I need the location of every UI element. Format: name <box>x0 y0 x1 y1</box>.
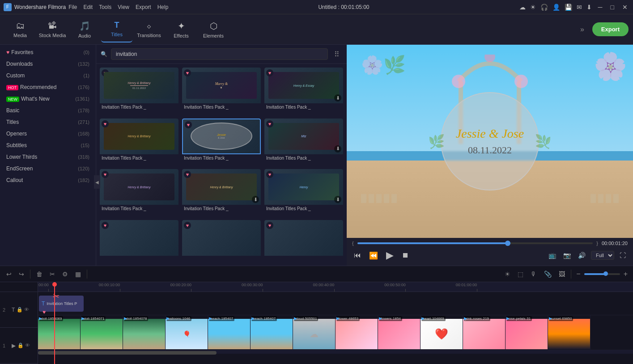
redo-button[interactable]: ↪ <box>16 269 27 279</box>
track1-lock[interactable]: 🔒 <box>17 343 24 348</box>
zoom-level-select[interactable]: Full <box>591 251 614 260</box>
mask-icon[interactable]: ⬚ <box>515 269 526 279</box>
fullscreen-button[interactable]: ⛶ <box>618 250 628 261</box>
sidebar-item-openers[interactable]: Openers (168) <box>0 128 96 140</box>
elements-icon: ⬡ <box>210 21 217 31</box>
video-clip-atoll2[interactable]: atoll-1854071 ▶ <box>81 315 123 350</box>
thumbnail-6[interactable]: ♥ ⬇ Mtz Invitation Titles Pack _ <box>264 119 343 166</box>
video-clip-flowers[interactable]: flowers-1854 ▶ <box>378 315 421 350</box>
sidebar-item-endscreen[interactable]: EndScreen (120) <box>0 163 96 174</box>
download-icon[interactable]: ⬇ <box>586 4 592 11</box>
mail-icon[interactable]: ✉ <box>577 4 582 11</box>
search-input[interactable] <box>111 48 328 60</box>
screenshot-icon[interactable]: 📺 <box>547 250 558 261</box>
video-clip-atoll1[interactable]: atoll-1854069 ▶ <box>38 315 81 350</box>
timeline-scrollbar[interactable] <box>38 350 633 354</box>
endscreen-count: (120) <box>78 166 89 171</box>
sidebar-item-lower-thirds[interactable]: Lower Thirds (318) <box>0 151 96 163</box>
menu-help[interactable]: Help <box>157 4 169 10</box>
voiceover-icon[interactable]: 🎙 <box>528 269 540 279</box>
video-clip-beach2[interactable]: beach-185407 ▶ <box>251 315 293 350</box>
tool-stock-media[interactable]: 📽 Stock Media <box>37 17 68 42</box>
zoom-in-button[interactable]: + <box>622 269 629 279</box>
export-button[interactable]: Export <box>592 22 629 36</box>
audio-detach-button[interactable]: ▦ <box>72 269 84 279</box>
video-clip-flower[interactable]: flower-48653 ▶ <box>336 315 378 350</box>
sidebar-item-favorites[interactable]: ♥Favorites (0) <box>0 47 96 58</box>
app-logo: F <box>4 3 12 11</box>
thumb-label-11 <box>182 256 261 258</box>
person-icon[interactable]: 👤 <box>552 4 560 11</box>
sidebar-item-titles[interactable]: Titles (271) <box>0 116 96 128</box>
minimize-button[interactable]: ─ <box>596 4 604 11</box>
save-icon[interactable]: 💾 <box>565 4 572 11</box>
clip-icon-heart: ▶ <box>421 316 425 321</box>
progress-track[interactable] <box>357 242 593 244</box>
thumbnail-3[interactable]: ♥ ⬇ Henry & Essay Invitation Titles Pack… <box>264 68 343 115</box>
tool-titles[interactable]: T Titles <box>101 17 132 42</box>
video-clip-cloud[interactable]: ☁ cloud-505501 ▶ <box>293 315 336 350</box>
grid-view-icon[interactable]: ⠿ <box>331 49 342 59</box>
volume-button[interactable]: 🔊 <box>576 250 587 261</box>
close-button[interactable]: ✕ <box>620 4 629 11</box>
sidebar-item-recommended[interactable]: HOTRecommended (176) <box>0 81 96 93</box>
tool-effects[interactable]: ✦ Effects <box>166 17 197 42</box>
menu-export[interactable]: Export <box>136 4 151 10</box>
menu-tools[interactable]: Tools <box>99 4 111 10</box>
skip-back-button[interactable]: ⏮ <box>352 250 363 261</box>
undo-button[interactable]: ↩ <box>4 269 14 279</box>
stabilizer-icon[interactable]: 🖼 <box>556 269 568 279</box>
toolbar-expand[interactable]: » <box>577 24 588 35</box>
sidebar-item-custom[interactable]: Custom (1) <box>0 70 96 81</box>
video-clip-rose-petals[interactable]: rose-petals-31 ▶ <box>506 315 548 350</box>
thumbnail-5[interactable]: ♥ Jessie & Jose Invitation Titles Pack _ <box>182 119 261 166</box>
menu-edit[interactable]: Edit <box>84 4 93 10</box>
video-clip-atoll3[interactable]: atoll-1854078 ▶ <box>123 315 166 350</box>
video-clip-beach1[interactable]: beach-185407 ▶ <box>208 315 251 350</box>
thumbnail-1[interactable]: ♥ Henry & Brittany 01.11.2022 Invitation… <box>100 68 178 115</box>
thumbnail-10[interactable]: ♥ <box>100 220 178 262</box>
sun-icon[interactable]: ☀ <box>530 4 536 11</box>
tool-media[interactable]: 🗂 Media <box>4 17 36 42</box>
tool-elements[interactable]: ⬡ Elements <box>198 17 229 42</box>
menu-view[interactable]: View <box>118 4 129 10</box>
step-back-button[interactable]: ⏪ <box>367 250 380 262</box>
cut-button[interactable]: ✂ <box>47 269 58 279</box>
thumb-heart-icon-9: ♥ <box>266 171 273 178</box>
video-clip-balloons[interactable]: 🎈 balloons-1046 ▶ <box>166 315 208 350</box>
headphone-icon[interactable]: 🎧 <box>540 4 548 11</box>
video-clip-heart[interactable]: ❤️ heart-104669 ▶ <box>421 315 463 350</box>
tool-audio[interactable]: 🎵 Audio <box>69 17 100 42</box>
snapshot-button[interactable]: 📷 <box>561 250 573 261</box>
track2-eye[interactable]: 👁 <box>24 307 29 313</box>
stop-button[interactable]: ⏹ <box>400 250 411 261</box>
play-button[interactable]: ▶ <box>384 248 395 263</box>
thumbnail-2[interactable]: ♥ Marry & ❦ Invitation Titles Pack _ <box>182 68 261 115</box>
thumbnail-11[interactable]: ♥ <box>182 220 261 262</box>
maximize-button[interactable]: □ <box>609 4 616 11</box>
clip-settings-button[interactable]: ⚙ <box>59 269 71 279</box>
thumbnail-7[interactable]: ♥ Henry & Brittany Invitation Titles Pac… <box>100 169 178 216</box>
video-clip-pink-roses[interactable]: pink-roses-219 ▶ <box>463 315 506 350</box>
thumbnail-9[interactable]: ♥ ⬇ Henry Invitation Titles Pack _ <box>264 169 343 216</box>
zoom-out-button[interactable]: − <box>574 269 582 279</box>
color-correction-icon[interactable]: ☀ <box>502 269 513 279</box>
thumbnail-12[interactable]: ♥ <box>264 220 343 262</box>
menu-file[interactable]: File <box>68 4 77 10</box>
motion-track-icon[interactable]: 📎 <box>541 269 554 279</box>
sidebar-collapse-arrow[interactable]: ◀ <box>94 175 96 189</box>
zoom-track[interactable] <box>584 273 620 275</box>
track1-eye[interactable]: 👁 <box>25 343 30 348</box>
thumbnail-8[interactable]: ♥ ⬇ Henry & Brittany Invitation Titles P… <box>182 169 261 216</box>
thumbnail-4[interactable]: ♥ Henry & Brittany Invitation Titles Pac… <box>100 119 178 166</box>
sidebar-item-callout[interactable]: Callout (182) <box>0 174 96 186</box>
tool-transitions[interactable]: ⬦ Transitions <box>133 17 165 42</box>
sidebar-item-basic[interactable]: Basic (178) <box>0 105 96 116</box>
cloud-icon[interactable]: ☁ <box>519 4 526 11</box>
video-clip-sunset[interactable]: sunset-69850 ▶ <box>548 315 591 350</box>
sidebar-item-downloads[interactable]: Downloads (132) <box>0 58 96 70</box>
track2-lock[interactable]: 🔒 <box>17 307 23 313</box>
sidebar-item-subtitles[interactable]: Subtitles (15) <box>0 140 96 151</box>
sidebar-item-whats-new[interactable]: NEWWhat's New (1361) <box>0 93 96 105</box>
delete-clip-button[interactable]: 🗑 <box>34 269 45 279</box>
